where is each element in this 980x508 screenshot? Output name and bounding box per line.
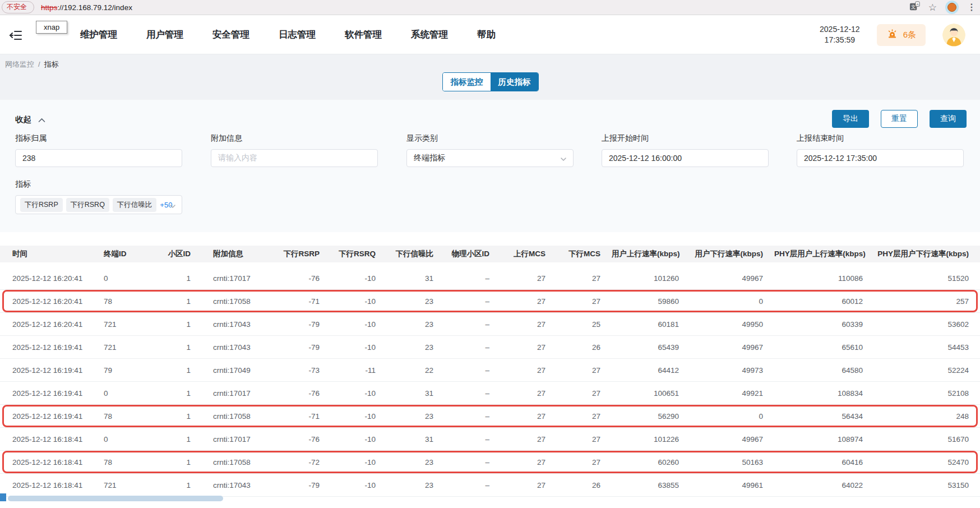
table-cell: 27: [501, 481, 557, 489]
bookmark-icon[interactable]: ☆: [928, 3, 937, 12]
table-row-highlighted[interactable]: 2025-12-12 16:20:41781crnti:17058-71-102…: [0, 290, 980, 313]
indicator-tag[interactable]: 下行RSRQ: [66, 198, 109, 212]
table-cell: 1: [157, 458, 202, 467]
input-value: 238: [22, 154, 35, 163]
table-cell: 31: [387, 435, 445, 444]
tab-history-metric[interactable]: 历史指标: [491, 73, 538, 91]
tab-metric-monitor[interactable]: 指标监控: [443, 73, 491, 91]
table-cell: 2025-12-12 16:20:41: [0, 274, 93, 283]
table-cell: –: [445, 274, 501, 283]
column-header: 用户下行速率(kbps): [690, 249, 774, 259]
browser-menu-icon[interactable]: ⋮: [967, 3, 976, 12]
table-row[interactable]: 2025-12-12 16:19:417211crnti:17043-79-10…: [0, 336, 980, 359]
filter-field-4: 上报结束时间2025-12-12 17:35:00: [797, 133, 964, 167]
table-cell: 23: [387, 412, 445, 421]
table-cell: 2025-12-12 16:20:41: [0, 297, 93, 306]
nav-item-3[interactable]: 日志管理: [279, 29, 316, 41]
table-row[interactable]: 2025-12-12 16:20:417211crnti:17043-79-10…: [0, 313, 980, 336]
sidebar-collapse-icon[interactable]: [9, 30, 22, 41]
datetime-input[interactable]: 2025-12-12 16:00:00: [602, 149, 769, 167]
table-cell: 721: [93, 320, 157, 329]
table-cell: -10: [331, 320, 387, 329]
indicator-tag[interactable]: 下行RSRP: [20, 198, 63, 212]
table-cell: crnti:17017: [202, 435, 280, 444]
table-row[interactable]: 2025-12-12 16:18:4101crnti:17017-76-1031…: [0, 428, 980, 451]
table-row-highlighted[interactable]: 2025-12-12 16:19:41781crnti:17058-71-102…: [0, 405, 980, 428]
table-cell: 56434: [774, 412, 874, 421]
select-input[interactable]: 终端指标: [406, 149, 574, 167]
table-cell: 1: [157, 366, 202, 375]
table-cell: 23: [387, 343, 445, 352]
table-cell: 23: [387, 458, 445, 467]
table-row-highlighted[interactable]: 2025-12-12 16:18:41781crnti:17058-72-102…: [0, 451, 980, 474]
nav-item-5[interactable]: 系统管理: [411, 29, 448, 41]
nav-item-0[interactable]: 维护管理: [80, 29, 117, 41]
nav-item-6[interactable]: 帮助: [477, 29, 496, 41]
browser-actions: 文A ☆ ⋮: [909, 1, 976, 14]
breadcrumb-parent[interactable]: 网络监控: [5, 60, 34, 68]
table-cell: 60416: [774, 458, 874, 467]
table-cell: 65610: [774, 343, 874, 352]
table-cell: 0: [93, 389, 157, 398]
chevron-down-icon: [560, 155, 567, 164]
column-header: PHY层用户上行速率(kbps): [774, 249, 874, 259]
url-bar[interactable]: https://192.168.79.12/index: [41, 3, 132, 12]
browser-profile-avatar[interactable]: [945, 1, 959, 14]
table-cell: 60339: [774, 320, 874, 329]
datetime-input[interactable]: 2025-12-12 17:35:00: [797, 149, 964, 167]
table-cell: –: [445, 435, 501, 444]
table-cell: 27: [557, 274, 612, 283]
table-cell: 108834: [774, 389, 874, 398]
table-cell: 27: [501, 435, 557, 444]
table-cell: 53150: [874, 481, 980, 489]
table-row[interactable]: 2025-12-12 16:20:4101crnti:17017-76-1031…: [0, 267, 980, 290]
table-cell: 27: [557, 458, 612, 467]
nav-item-4[interactable]: 软件管理: [345, 29, 382, 41]
table-cell: 2025-12-12 16:19:41: [0, 412, 93, 421]
table-cell: 78: [93, 412, 157, 421]
table-cell: 100651: [612, 389, 690, 398]
table-cell: 1: [157, 412, 202, 421]
indicator-label: 指标: [15, 179, 182, 190]
table-cell: -76: [280, 389, 331, 398]
table-cell: 60260: [612, 458, 690, 467]
browser-bar: 不安全 https://192.168.79.12/index 文A ☆ ⋮: [0, 0, 980, 15]
table-cell: -10: [331, 343, 387, 352]
chevron-up-icon: [38, 116, 45, 124]
table-cell: 52108: [874, 389, 980, 398]
export-button[interactable]: 导出: [832, 110, 869, 128]
table-cell: 1: [157, 481, 202, 489]
indicator-tag[interactable]: 下行信噪比: [113, 198, 157, 212]
alarm-badge[interactable]: 6条: [877, 24, 926, 46]
table-cell: crnti:17017: [202, 274, 280, 283]
table-row[interactable]: 2025-12-12 16:18:417211crnti:17043-79-10…: [0, 474, 980, 497]
table-cell: 108974: [774, 435, 874, 444]
horizontal-scrollbar[interactable]: [8, 496, 223, 501]
table-cell: 1: [157, 274, 202, 283]
table-cell: 2025-12-12 16:18:41: [0, 435, 93, 444]
nav-item-1[interactable]: 用户管理: [146, 29, 183, 41]
indicator-multiselect[interactable]: 下行RSRP下行RSRQ下行信噪比 +50: [15, 195, 182, 214]
nav-item-2[interactable]: 安全管理: [212, 29, 249, 41]
table-cell: –: [445, 366, 501, 375]
nav-right: 2025-12-12 17:35:59 6条: [820, 16, 965, 54]
table-cell: 0: [690, 297, 774, 306]
table-cell: 65439: [612, 343, 690, 352]
translate-icon[interactable]: 文A: [909, 1, 920, 14]
text-input[interactable]: 238: [15, 149, 182, 167]
user-avatar[interactable]: [942, 24, 965, 47]
text-input[interactable]: 请输入内容: [211, 149, 378, 167]
security-badge[interactable]: 不安全: [2, 1, 34, 13]
xnap-tooltip: xnap: [36, 21, 67, 34]
query-button[interactable]: 查询: [930, 110, 967, 128]
table-cell: 101226: [612, 435, 690, 444]
collapse-toggle[interactable]: 收起: [15, 114, 45, 125]
table-cell: 0: [690, 412, 774, 421]
field-label: 附加信息: [211, 133, 378, 144]
reset-button[interactable]: 重置: [881, 110, 918, 128]
table-row[interactable]: 2025-12-12 16:19:41791crnti:17049-73-112…: [0, 359, 980, 382]
table-cell: 78: [93, 297, 157, 306]
current-datetime: 2025-12-12 17:35:59: [820, 24, 860, 45]
table-cell: 721: [93, 481, 157, 489]
table-row[interactable]: 2025-12-12 16:19:4101crnti:17017-76-1031…: [0, 382, 980, 405]
